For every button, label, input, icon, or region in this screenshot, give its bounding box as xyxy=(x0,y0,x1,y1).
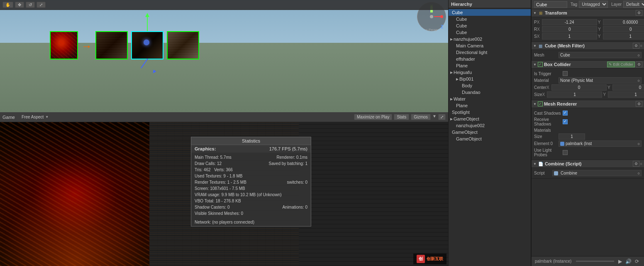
hier-cube-1[interactable]: Cube xyxy=(449,16,531,22)
transform-header[interactable]: ▼ ⊞ Transform ⚙ xyxy=(532,9,644,17)
box-collider-check-mark: ✓ xyxy=(539,62,542,66)
hierarchy-list[interactable]: Cube Cube Cube Cube ▶ nanzhujue002 Main … xyxy=(449,8,531,266)
hier-plane-1[interactable]: Plane xyxy=(449,62,531,69)
free-aspect-dropdown[interactable]: Free Aspect ▼ xyxy=(22,115,49,119)
rot-label: R xyxy=(534,27,537,32)
tag-label: Tag xyxy=(571,2,577,7)
box-collider-check[interactable]: ✓ xyxy=(538,62,543,67)
receive-shadows-row: Receive Shadows xyxy=(534,117,642,127)
mesh-value-text: Cube xyxy=(560,53,570,57)
use-light-label: Use Light Probes xyxy=(534,148,561,157)
hier-cube-2-label: Cube xyxy=(456,23,467,28)
hier-gameobj3[interactable]: GameObject xyxy=(449,135,531,142)
hier-spotlight[interactable]: Spotlight xyxy=(449,109,531,116)
mesh-renderer-header[interactable]: ▼ ✓ Mesh Renderer ⚙ xyxy=(532,100,644,108)
scene-tool-move[interactable]: ✥ xyxy=(15,2,24,8)
mesh-filter-menu-btn[interactable]: ⚙ xyxy=(633,43,639,49)
watermark-text: 创新互联 xyxy=(427,256,443,262)
mesh-renderer-settings-btn[interactable]: ⚙ xyxy=(636,101,642,107)
thumb-smoke xyxy=(0,122,149,180)
scene-tool-hand[interactable]: ✋ xyxy=(2,2,13,8)
scale-x-label: X xyxy=(537,34,541,39)
material-val[interactable]: None (Physic Mat ○ xyxy=(559,77,642,84)
element-val[interactable]: palmbark (Inst ○ xyxy=(559,140,642,147)
use-light-cb[interactable] xyxy=(563,150,568,155)
script-val[interactable]: Combine ○ xyxy=(552,170,642,176)
rot-x-input[interactable] xyxy=(542,26,597,32)
mesh-val[interactable]: Cube ○ xyxy=(559,52,642,58)
hier-cube-2[interactable]: Cube xyxy=(449,22,531,29)
stats-btn[interactable]: Stats xyxy=(394,114,409,120)
layer-select[interactable]: Default xyxy=(623,1,644,8)
mesh-renderer-check[interactable]: ✓ xyxy=(538,101,543,106)
scale-x-input[interactable] xyxy=(542,33,597,39)
box-collider-header[interactable]: ▼ ✓ Box Collider ✎ Edit Collider ⚙ xyxy=(532,61,644,69)
scale-label: S xyxy=(534,34,537,39)
rotation-row: R X Y Z xyxy=(534,26,642,32)
tag-select[interactable]: Untagged xyxy=(579,1,608,8)
hier-nanzhujue-arrow: ▶ xyxy=(450,37,453,41)
obj-name-input[interactable] xyxy=(534,1,567,8)
pos-y-input[interactable] xyxy=(603,19,644,25)
hier-plane-2[interactable]: Plane xyxy=(449,102,531,109)
hier-cube-3[interactable]: Cube xyxy=(449,29,531,36)
gizmos-btn[interactable]: Gizmos xyxy=(411,114,431,120)
hier-gameobj2[interactable]: GameObject xyxy=(449,129,531,135)
inspector-scroll[interactable]: ▼ ⊞ Transform ⚙ P X Y Z R xyxy=(532,9,644,256)
center-x-input[interactable] xyxy=(551,84,607,91)
hier-heiguafu-group[interactable]: ▶ Heiguafu xyxy=(449,69,531,76)
pos-y-label: Y xyxy=(598,20,602,25)
mat-size-input[interactable] xyxy=(559,133,585,140)
maximize-btn[interactable]: Maximize on Play xyxy=(354,114,392,120)
hier-main-camera[interactable]: Main Camera xyxy=(449,42,531,49)
hier-body[interactable]: Body xyxy=(449,82,531,89)
combine-header[interactable]: ▼ 📄 Combine (Script) ⚙ ○ xyxy=(532,160,644,168)
size-x-input[interactable] xyxy=(547,91,602,98)
cast-shadows-label: Cast Shadows xyxy=(534,111,561,116)
hier-duandao[interactable]: Duandao xyxy=(449,89,531,96)
cast-shadows-cb[interactable] xyxy=(563,111,568,116)
cube-selected[interactable] xyxy=(131,31,163,59)
hier-cube-root[interactable]: Cube xyxy=(449,9,531,16)
scale-y-input[interactable] xyxy=(603,33,644,39)
receive-shadows-cb[interactable] xyxy=(563,119,568,124)
size-y-input[interactable] xyxy=(608,91,644,98)
center-row: Center X Y Z xyxy=(534,84,642,91)
mute-btn[interactable]: 🔊 xyxy=(624,259,633,264)
play-btn[interactable]: ▶ xyxy=(617,259,624,264)
hier-dir-light-label: Directional light xyxy=(456,50,487,55)
mesh-filter-header[interactable]: ▼ ▦ Cube (Mesh Filter) ⚙ ○ xyxy=(532,42,644,50)
scene-tool-rotate[interactable]: ↺ xyxy=(26,2,35,8)
free-aspect-label: Free Aspect xyxy=(22,115,44,119)
rot-y-input[interactable] xyxy=(603,26,644,32)
loop-btn[interactable]: ⟳ xyxy=(633,259,641,264)
stats-render-tex: Render Textures: 1 - 2.5 MB switches: 0 xyxy=(195,179,307,185)
scene-view: ✋ ✥ ↺ ⤢ → xyxy=(0,0,448,112)
hier-spotlight-label: Spotlight xyxy=(452,110,470,115)
hier-bip001-group[interactable]: ▶ Bip001 xyxy=(449,76,531,82)
pos-group: X Y Z xyxy=(537,19,644,25)
hier-water-group[interactable]: ▶ Water xyxy=(449,96,531,102)
hier-nanzhujue-group[interactable]: ▶ nanzhujue002 xyxy=(449,36,531,42)
scale-row: S X Y Z xyxy=(534,33,642,39)
is-trigger-cb[interactable] xyxy=(563,71,568,76)
box-collider-settings-btn[interactable]: ⚙ xyxy=(636,62,642,67)
cube-lava[interactable] xyxy=(50,31,78,59)
combine-title: Combine (Script) xyxy=(545,161,632,166)
cube-light[interactable] xyxy=(167,31,199,59)
hier-bip001-arrow: ▶ xyxy=(456,77,459,81)
combine-settings-btn[interactable]: ⚙ xyxy=(633,161,639,167)
maximize-icon-btn[interactable]: ⤢ xyxy=(438,114,446,120)
size-label: Size xyxy=(534,92,542,97)
center-y-input[interactable] xyxy=(612,84,644,91)
scene-tool-scale[interactable]: ⤢ xyxy=(37,2,46,8)
hier-dir-light[interactable]: Directional light xyxy=(449,49,531,56)
transform-settings-btn[interactable]: ⚙ xyxy=(636,10,642,16)
box-collider-edit-btn[interactable]: ✎ Edit Collider xyxy=(607,62,635,67)
cube-dark[interactable] xyxy=(95,31,128,59)
hier-effshader[interactable]: effshader xyxy=(449,56,531,62)
hier-nanzhujue2[interactable]: nanzhujue002 xyxy=(449,122,531,129)
combine-circle: ○ xyxy=(640,162,642,166)
hier-gameobj-group[interactable]: ▶ GameObject xyxy=(449,116,531,122)
pos-x-input[interactable] xyxy=(542,19,597,25)
